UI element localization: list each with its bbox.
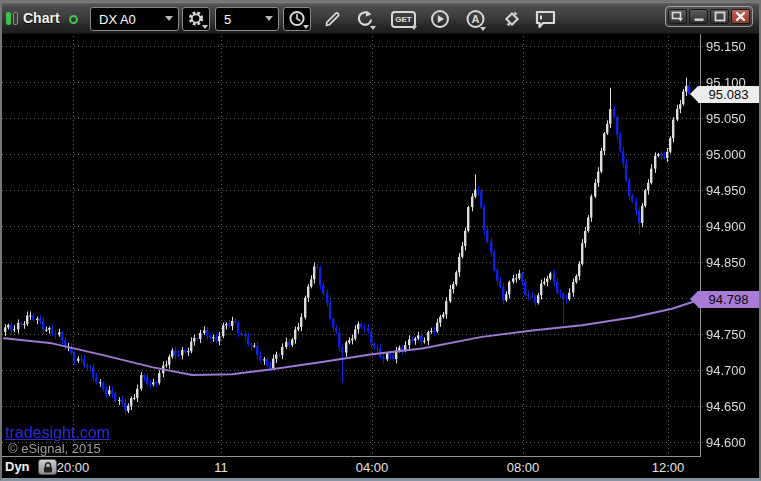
chart-plot-area: 95.15095.10095.05095.00094.95094.90094.8… bbox=[2, 34, 759, 457]
refresh-button[interactable] bbox=[354, 8, 376, 30]
chevron-down-icon bbox=[165, 16, 173, 21]
symbol-link-button[interactable] bbox=[501, 8, 523, 30]
speech-bubble-icon bbox=[534, 9, 558, 29]
restore-window-button[interactable] bbox=[668, 9, 687, 24]
time-axis-labels: 20:001104:0008:0012:00 bbox=[2, 457, 759, 478]
time-axis-label: 08:00 bbox=[507, 460, 540, 475]
watermark-link[interactable]: tradesight.com bbox=[5, 424, 110, 442]
play-icon bbox=[430, 9, 450, 29]
symbol-value: DX A0 bbox=[99, 12, 136, 27]
chevron-down-icon bbox=[370, 26, 376, 30]
toolbar: Chart DX A0 5 bbox=[2, 2, 759, 34]
connection-status-icon bbox=[69, 15, 78, 24]
candlestick-chart-canvas[interactable] bbox=[2, 34, 759, 457]
note-button[interactable] bbox=[533, 8, 559, 30]
moving-average-tag: 94.798 bbox=[698, 291, 759, 308]
link-diamond-icon bbox=[502, 9, 522, 29]
time-axis-label: 11 bbox=[214, 460, 228, 475]
interval-select[interactable]: 5 bbox=[215, 7, 279, 31]
auto-scale-button[interactable]: A bbox=[464, 8, 486, 30]
ma-value: 94.798 bbox=[709, 292, 749, 307]
time-axis-label: 20:00 bbox=[57, 460, 90, 475]
window-grip-handle[interactable] bbox=[6, 12, 18, 25]
pencil-icon bbox=[323, 10, 342, 29]
get-data-button[interactable]: GET bbox=[390, 8, 417, 30]
copyright-text: © eSignal, 2015 bbox=[8, 441, 101, 456]
time-axis-bar: Dyn 20:001104:0008:0012:00 bbox=[2, 457, 759, 478]
window-title: Chart bbox=[23, 10, 60, 26]
close-button[interactable] bbox=[731, 9, 750, 24]
chevron-down-icon bbox=[480, 27, 486, 31]
time-axis-label: 12:00 bbox=[652, 460, 685, 475]
interval-value: 5 bbox=[224, 12, 231, 27]
last-price-value: 95.083 bbox=[709, 87, 749, 102]
chevron-down-icon bbox=[411, 26, 417, 30]
minimize-icon bbox=[693, 11, 705, 22]
chevron-down-icon bbox=[202, 25, 208, 29]
chevron-down-icon bbox=[303, 25, 309, 29]
get-label: GET bbox=[391, 11, 415, 28]
grip-gray-bar-icon bbox=[13, 12, 18, 25]
restore-icon bbox=[671, 11, 684, 22]
window-controls bbox=[665, 6, 753, 27]
minimize-button[interactable] bbox=[689, 9, 708, 24]
maximize-button[interactable] bbox=[710, 9, 729, 24]
close-icon bbox=[735, 11, 746, 22]
time-axis-label: 04:00 bbox=[356, 460, 389, 475]
last-price-tag: 95.083 bbox=[698, 86, 759, 103]
draw-tool-button[interactable] bbox=[321, 8, 343, 30]
chevron-down-icon bbox=[265, 16, 273, 21]
symbol-select[interactable]: DX A0 bbox=[90, 7, 179, 31]
svg-text:A: A bbox=[471, 13, 479, 25]
maximize-icon bbox=[714, 11, 726, 22]
symbol-settings-button[interactable] bbox=[182, 7, 210, 31]
chart-window: Chart DX A0 5 bbox=[0, 0, 761, 481]
play-button[interactable] bbox=[429, 8, 451, 30]
time-template-button[interactable] bbox=[283, 7, 311, 31]
grip-green-bar-icon bbox=[6, 12, 11, 25]
